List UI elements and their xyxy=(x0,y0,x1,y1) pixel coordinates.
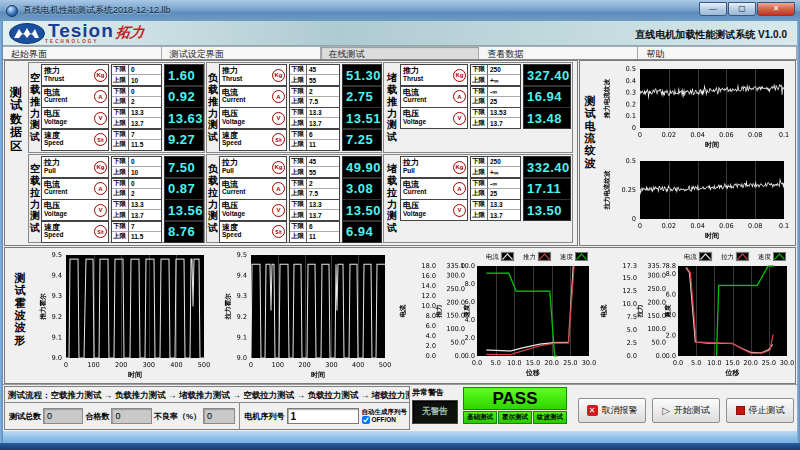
hall-test-button[interactable]: 霍尔测试 xyxy=(498,411,532,424)
upper-limit-label: 上限 xyxy=(290,140,306,150)
measure-name-en: Pull xyxy=(222,168,272,175)
measure-value-display: 332.40 xyxy=(523,156,571,178)
upper-limit-value: 13.7 xyxy=(306,210,339,220)
panel-group-label: 堵载拉力测试 xyxy=(385,163,399,234)
measure-row-load-thrust-1: 电流CurrentA下限2上限7.52.75 xyxy=(219,86,382,107)
limits-cell: 下限13.53上限13.7 xyxy=(470,107,521,129)
measure-row-load-thrust-0: 推力ThrustKg下限45上限5551.30 xyxy=(219,64,382,85)
serial-input[interactable] xyxy=(287,408,359,424)
pass-count-label: 合格数 xyxy=(85,411,109,422)
measure-value-display: 1.60 xyxy=(164,64,204,86)
limits-cell: 下限13.3上限13.7 xyxy=(470,199,521,221)
measure-name-cell: 电流CurrentA xyxy=(219,86,287,108)
measure-name-cell: 速度SpeedS/t xyxy=(41,221,109,243)
measure-name-en: Voltage xyxy=(44,211,94,218)
measure-row-noload-thrust-1: 电流CurrentA下限0上限20.92 xyxy=(41,86,204,107)
start-test-label: 开始测试 xyxy=(674,404,710,417)
limits-cell: 下限45上限55 xyxy=(289,156,340,178)
defect-rate-label: 不良率（%） xyxy=(154,411,201,422)
measure-row-load-pull-0: 拉力PullKg下限45上限5549.90 xyxy=(219,156,382,177)
lower-limit-label: 下限 xyxy=(290,200,306,210)
upper-limit-label: 上限 xyxy=(112,232,128,242)
unit-badge-icon: A xyxy=(272,90,285,103)
tab-online-test[interactable]: 在线测试 xyxy=(321,47,480,59)
measure-row-stall-pull-0: 拉力PullKg下限250上限+∞332.40 xyxy=(400,156,571,177)
measure-value-display: 13.63 xyxy=(164,107,204,129)
maximize-button[interactable]: ▢ xyxy=(728,2,756,16)
brand-name: Tesion xyxy=(48,22,114,39)
upper-limit-label: 上限 xyxy=(112,167,128,177)
upper-limit-value: 11 xyxy=(306,140,339,150)
unit-badge-icon: Kg xyxy=(453,69,466,82)
tab-test-settings[interactable]: 测试设定界面 xyxy=(162,47,321,59)
basic-test-button[interactable]: 基础测试 xyxy=(463,411,497,424)
limits-cell: 下限2上限7.5 xyxy=(289,86,340,108)
pass-zone: PASS 基础测试 霍尔测试 纹波测试 xyxy=(463,387,567,424)
pull-curves-chart xyxy=(600,250,795,382)
upper-limit-value: 10 xyxy=(128,75,161,85)
lower-limit-label: 下限 xyxy=(471,87,487,97)
product-version-title: 直线电机加载性能测试系统 V1.0.0 xyxy=(635,28,787,42)
tab-view-data[interactable]: 查看数据 xyxy=(479,47,638,59)
minimize-button[interactable]: — xyxy=(699,2,727,16)
flow-box: 测试流程：空载推力测试 → 负载推力测试 → 堵载推力测试 → 空载拉力测试 →… xyxy=(4,386,410,430)
unit-badge-icon: V xyxy=(94,204,107,217)
upper-limit-label: 上限 xyxy=(290,167,306,177)
window-bottom-frame xyxy=(0,431,800,443)
measure-value-display: 49.90 xyxy=(342,156,382,178)
tab-start-screen[interactable]: 起始界面 xyxy=(3,47,162,59)
upper-limit-value: 11.5 xyxy=(128,140,161,150)
upper-limit-value: 11.5 xyxy=(128,232,161,242)
upper-limit-label: 上限 xyxy=(112,75,128,85)
upper-limit-value: 55 xyxy=(306,75,339,85)
measure-name-cell: 拉力PullKg xyxy=(41,156,109,178)
upper-limit-label: 上限 xyxy=(471,118,487,128)
measure-name-cell: 速度SpeedS/t xyxy=(219,221,287,243)
cancel-alarm-icon: ✕ xyxy=(587,405,598,416)
stop-test-icon xyxy=(736,406,745,415)
ripple-area-label: 测试电流纹波 xyxy=(583,95,597,169)
wave-area-label: 测试霍波波形 xyxy=(13,272,27,346)
upper-limit-value: 11 xyxy=(306,232,339,242)
measure-row-noload-thrust-3: 速度SpeedS/t下限7上限11.59.27 xyxy=(41,129,204,150)
measure-value-display: 51.30 xyxy=(342,64,382,86)
tab-help[interactable]: 帮助 xyxy=(638,47,797,59)
lower-limit-value: 2 xyxy=(306,179,339,189)
no-alarm-indicator: 无警告 xyxy=(412,400,458,424)
panel-group-label: 负载拉力测试 xyxy=(208,163,218,234)
close-button[interactable]: ✕ xyxy=(757,2,795,16)
measure-name-cell: 电压VoltageV xyxy=(41,199,109,221)
measure-name-en: Current xyxy=(222,189,272,196)
lower-limit-value: 2 xyxy=(306,87,339,97)
cancel-alarm-button[interactable]: ✕ 取消报警 xyxy=(578,398,646,423)
lower-limit-value: 13.53 xyxy=(487,108,520,118)
lower-limit-value: 13.3 xyxy=(306,200,339,210)
measure-value-display: 0.87 xyxy=(164,178,204,200)
upper-limit-label: 上限 xyxy=(112,97,128,107)
start-test-button[interactable]: ▷ 开始测试 xyxy=(652,398,720,423)
auto-serial-checkbox[interactable] xyxy=(362,416,370,424)
upper-limit-label: 上限 xyxy=(290,210,306,220)
lower-limit-value: 45 xyxy=(306,157,339,167)
panel-noload-pull: 空载拉力测试拉力PullKg下限0上限107.50电流CurrentA下限0上限… xyxy=(28,154,205,243)
lower-limit-label: 下限 xyxy=(471,65,487,75)
lower-limit-value: -∞ xyxy=(487,87,520,97)
brand-chinese: 拓力 xyxy=(115,24,146,42)
measure-name-cell: 电流CurrentA xyxy=(41,86,109,108)
measure-value-display: 3.08 xyxy=(342,178,382,200)
stop-test-button[interactable]: 停止测试 xyxy=(726,398,794,423)
ripple-test-button[interactable]: 纹波测试 xyxy=(533,411,567,424)
upper-limit-value: 7.5 xyxy=(306,97,339,107)
lower-limit-label: 下限 xyxy=(290,130,306,140)
lower-limit-value: 13.3 xyxy=(487,200,520,210)
start-test-icon: ▷ xyxy=(662,406,670,416)
measure-row-stall-thrust-0: 推力ThrustKg下限250上限+∞327.40 xyxy=(400,64,571,85)
measurement-panels: 空载推力测试推力ThrustKg下限0上限101.60电流CurrentA下限0… xyxy=(28,62,573,243)
measure-row-load-thrust-2: 电压VoltageV下限13.3上限13.713.51 xyxy=(219,107,382,128)
measure-name-cell: 拉力PullKg xyxy=(400,156,468,178)
auto-serial-block: 自动生成序列号 OFF/ON xyxy=(362,408,408,423)
window-left-border xyxy=(0,21,3,443)
upper-limit-label: 上限 xyxy=(112,118,128,128)
limits-cell: 下限6上限11 xyxy=(289,129,340,151)
unit-badge-icon: Kg xyxy=(272,69,285,82)
